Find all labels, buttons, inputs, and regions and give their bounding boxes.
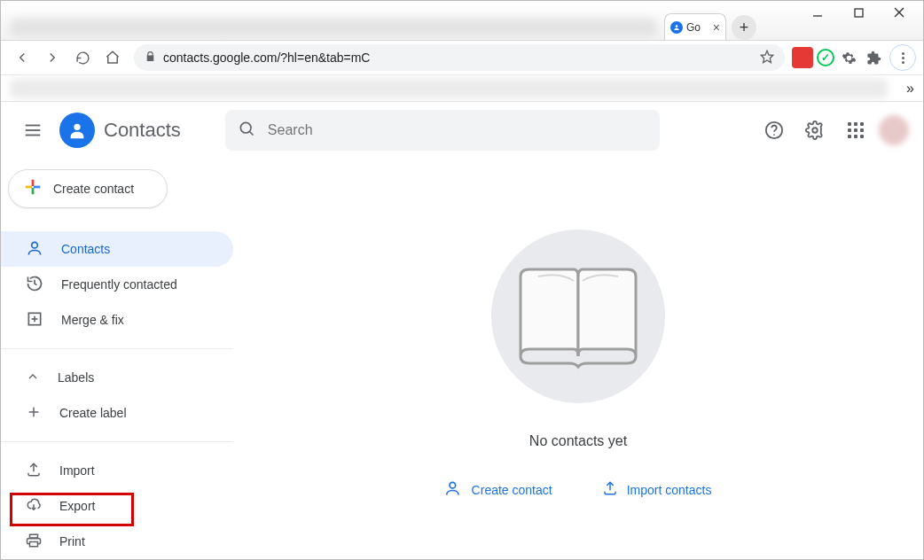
bookmarks-blur	[10, 79, 888, 98]
sidebar-item-import[interactable]: Import	[1, 453, 233, 488]
sidebar-divider	[1, 441, 233, 442]
nav-home-button[interactable]	[98, 43, 127, 72]
lock-icon	[145, 51, 156, 65]
merge-icon	[26, 310, 43, 331]
sidebar: Create contact Contacts Frequently conta…	[1, 159, 233, 559]
create-contact-label: Create contact	[53, 182, 134, 196]
browser-tab[interactable]: Go ×	[664, 13, 726, 40]
svg-rect-2	[855, 9, 863, 17]
tab-close-icon[interactable]: ×	[713, 20, 720, 35]
window-minimize-button[interactable]	[797, 1, 838, 24]
svg-point-27	[450, 482, 456, 488]
svg-point-10	[240, 122, 251, 133]
upload-icon	[602, 480, 618, 499]
empty-import-contacts-button[interactable]: Import contacts	[602, 479, 712, 500]
sidebar-item-print[interactable]: Print	[1, 524, 233, 559]
svg-line-11	[250, 132, 254, 136]
tab-title: Go	[686, 21, 701, 34]
search-box[interactable]	[225, 110, 660, 151]
new-tab-button[interactable]: +	[732, 15, 756, 40]
bookmark-star-icon[interactable]	[760, 50, 774, 66]
main-menu-button[interactable]	[15, 113, 51, 148]
sidebar-item-label: Contacts	[61, 242, 110, 256]
sidebar-labels-toggle[interactable]: Labels	[1, 360, 233, 395]
plus-icon	[26, 404, 42, 423]
nav-back-button[interactable]	[8, 43, 36, 72]
svg-marker-5	[761, 51, 772, 62]
window-titlebar: Go × +	[1, 1, 923, 40]
svg-point-9	[74, 124, 80, 130]
sidebar-item-export[interactable]: Export	[1, 488, 233, 524]
extensions-menu-icon[interactable]	[863, 47, 884, 68]
empty-create-contact-button[interactable]: Create contact	[445, 479, 552, 500]
window-close-button[interactable]	[879, 1, 920, 24]
sidebar-divider	[1, 348, 233, 349]
empty-state-illustration	[491, 229, 665, 403]
sidebar-item-merge-fix[interactable]: Merge & fix	[1, 302, 233, 338]
svg-point-19	[32, 242, 38, 248]
sidebar-create-label[interactable]: Create label	[1, 395, 233, 431]
bookmarks-overflow-icon[interactable]: »	[906, 81, 914, 97]
sidebar-item-label: Merge & fix	[61, 313, 124, 327]
create-contact-button[interactable]: Create contact	[8, 169, 168, 208]
svg-rect-18	[34, 186, 40, 189]
sidebar-item-label: Create label	[59, 406, 127, 420]
svg-rect-17	[26, 186, 32, 189]
account-avatar[interactable]	[879, 115, 909, 145]
tab-favicon	[670, 21, 683, 34]
extension-icon-3[interactable]	[838, 47, 859, 68]
sidebar-item-label: Import	[59, 463, 95, 478]
empty-state-message: No contacts yet	[529, 433, 627, 449]
sidebar-item-label: Export	[59, 499, 95, 513]
plus-multicolor-icon	[23, 177, 43, 200]
sidebar-item-label: Print	[59, 534, 85, 548]
empty-create-label: Create contact	[472, 483, 552, 497]
sidebar-item-label: Frequently contacted	[61, 277, 177, 292]
app-root: Contacts Create contact Contacts	[1, 102, 923, 559]
sidebar-labels-header: Labels	[58, 370, 94, 385]
empty-import-label: Import contacts	[627, 483, 712, 497]
apps-launcher-button[interactable]	[838, 113, 873, 148]
settings-button[interactable]	[797, 113, 833, 148]
address-bar[interactable]: contacts.google.com/?hl=en&tab=mC	[134, 44, 785, 71]
svg-point-14	[812, 128, 818, 133]
search-input[interactable]	[268, 122, 647, 138]
url-text: contacts.google.com/?hl=en&tab=mC	[163, 51, 753, 65]
print-icon	[26, 533, 42, 551]
app-title: Contacts	[104, 119, 181, 142]
browser-toolbar: contacts.google.com/?hl=en&tab=mC ✓	[1, 40, 923, 75]
nav-reload-button[interactable]	[68, 43, 97, 72]
svg-rect-25	[30, 534, 38, 538]
svg-rect-16	[32, 188, 35, 194]
help-button[interactable]	[756, 113, 792, 148]
window-maximize-button[interactable]	[838, 1, 879, 24]
svg-point-0	[676, 25, 678, 27]
bookmarks-bar: »	[1, 75, 923, 102]
extension-icon-2[interactable]: ✓	[817, 49, 834, 66]
person-add-icon	[445, 479, 463, 500]
browser-menu-button[interactable]	[889, 44, 916, 71]
search-icon	[238, 120, 255, 141]
sidebar-item-contacts[interactable]: Contacts	[1, 231, 233, 267]
cloud-download-icon	[26, 497, 42, 516]
extensions-row: ✓	[792, 47, 884, 68]
person-icon	[26, 239, 43, 260]
history-icon	[26, 275, 43, 295]
svg-rect-15	[32, 180, 35, 186]
sidebar-item-frequent[interactable]: Frequently contacted	[1, 267, 233, 302]
app-header: Contacts	[1, 102, 923, 159]
tabstrip-blur	[10, 19, 657, 36]
extension-icon-1[interactable]	[792, 47, 813, 68]
chevron-up-icon	[26, 369, 40, 386]
main-content: No contacts yet Create contact Import co…	[233, 159, 923, 559]
upload-icon	[26, 462, 42, 480]
nav-forward-button[interactable]	[38, 43, 67, 72]
app-logo	[59, 113, 95, 148]
svg-point-13	[773, 134, 775, 136]
svg-rect-26	[30, 541, 38, 546]
